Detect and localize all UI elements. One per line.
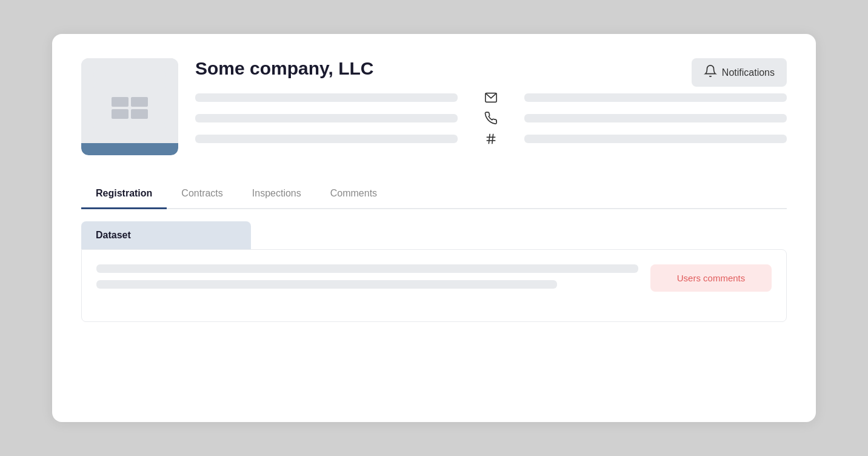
svg-line-4 <box>492 134 493 144</box>
hash-icon <box>482 132 500 146</box>
logo-cell-1 <box>112 97 129 107</box>
notifications-label: Notifications <box>722 67 775 78</box>
company-logo <box>81 58 178 155</box>
logo-skeleton-2 <box>93 82 166 91</box>
field-skeleton-email <box>524 93 787 102</box>
data-field-2 <box>96 280 557 289</box>
svg-line-3 <box>489 134 490 144</box>
logo-cell-4 <box>131 109 148 119</box>
email-icon <box>482 91 500 104</box>
tabs-section: Registration Contracts Inspections Comme… <box>81 179 787 209</box>
tab-inspections[interactable]: Inspections <box>238 179 316 209</box>
logo-bottom-accent <box>81 143 178 155</box>
content-section: Dataset Users comments <box>81 209 787 322</box>
field-skeleton-address <box>195 93 458 102</box>
main-card: Notifications Some company, LLC <box>52 34 816 422</box>
info-grid <box>195 91 787 146</box>
logo-cell-2 <box>131 97 148 107</box>
phone-icon <box>482 112 500 125</box>
logo-cell-3 <box>112 109 129 119</box>
field-skeleton-3 <box>195 135 458 143</box>
bell-icon <box>704 64 717 81</box>
field-skeleton-2 <box>195 114 458 122</box>
dataset-header: Dataset <box>81 221 251 249</box>
tab-comments[interactable]: Comments <box>316 179 392 209</box>
data-field-1 <box>96 264 638 273</box>
dataset-fields <box>96 264 638 289</box>
users-comments-button[interactable]: Users comments <box>650 264 772 292</box>
notifications-button[interactable]: Notifications <box>692 58 787 87</box>
logo-skeleton-1 <box>93 70 166 79</box>
tab-registration[interactable]: Registration <box>81 179 167 209</box>
header-section: Some company, LLC <box>81 58 787 155</box>
logo-skeleton-3 <box>93 122 166 131</box>
tab-contracts[interactable]: Contracts <box>167 179 237 209</box>
field-skeleton-phone <box>524 114 787 122</box>
dataset-content: Users comments <box>81 249 787 322</box>
field-skeleton-id <box>524 135 787 143</box>
